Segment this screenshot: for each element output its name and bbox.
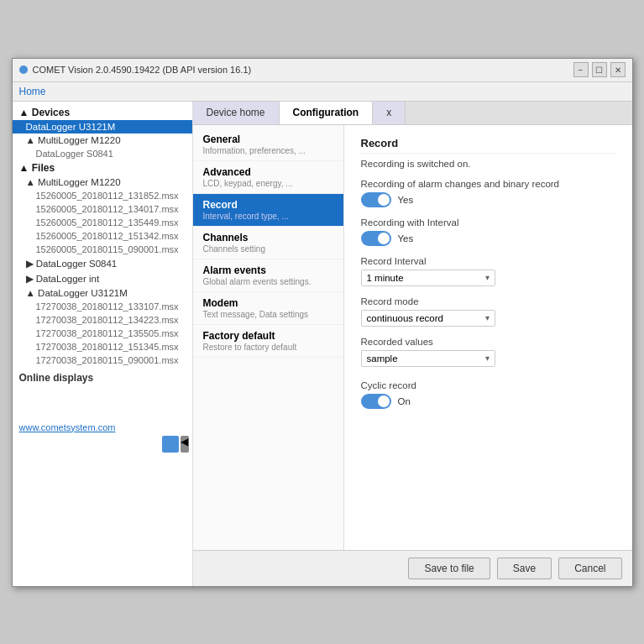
minimize-button[interactable]: − [573,62,589,77]
sidebar-item-file-4[interactable]: 15260005_20180112_151342.msx [13,229,192,243]
window-controls: − ☐ ✕ [573,62,626,77]
alarm-changes-row: Recording of alarm changes and binary re… [361,179,615,207]
cancel-button[interactable]: Cancel [558,558,621,579]
recording-interval-row: Recording with Interval Yes [361,217,615,246]
devices-section-label: ▲ Devices [13,105,192,120]
recording-status-row: Recording is switched on. [361,159,615,169]
cyclic-record-knob [378,395,390,407]
sidebar-item-multilogger-m1220[interactable]: ▲ MultiLogger M1220 [13,134,192,147]
sidebar-scroll-indicator [162,436,179,453]
config-menu-modem[interactable]: Modem Text message, Data settings [193,292,343,325]
alarm-changes-toggle-label: Yes [398,195,414,205]
title-bar: COMET Vision 2.0.4590.19422 (DB API vers… [13,59,632,82]
recording-status: Recording is switched on. [361,159,615,169]
tab-configuration[interactable]: Configuration [280,102,374,124]
config-menu-alarm-events[interactable]: Alarm events Global alarm events setting… [193,259,343,292]
alarm-changes-label: Recording of alarm changes and binary re… [361,179,615,189]
record-interval-label: Record Interval [361,256,615,266]
sidebar-item-files-multilogger[interactable]: ▲ MultiLogger M1220 [13,175,192,189]
recording-interval-toggle-label: Yes [398,233,414,243]
comet-website-link[interactable]: www.cometsystem.com [13,419,192,436]
chevron-down-icon-3: ▾ [485,353,490,363]
tabs: Device home Configuration x [193,102,632,125]
sidebar-item-datalogger-u3121m-files[interactable]: ▲ DataLogger U3121M [13,286,192,300]
config-content: Record Recording is switched on. Recordi… [344,125,632,550]
recorded-values-row: Recorded values sample ▾ [361,337,615,367]
recording-interval-toggle[interactable] [361,231,391,246]
record-mode-label: Record mode [361,296,615,306]
alarm-changes-toggle-wrap: Yes [361,192,615,207]
cyclic-record-row: Cyclic record On [361,380,615,409]
alarm-changes-toggle-knob [378,194,390,206]
sidebar-item-file-10[interactable]: 17270038_20180115_090001.msx [13,353,192,367]
recorded-values-select[interactable]: sample ▾ [361,350,495,367]
cyclic-record-toggle[interactable] [361,394,391,409]
home-link[interactable]: Home [19,86,46,97]
sidebar-online-displays[interactable]: Online displays [13,370,192,385]
sidebar-item-file-5[interactable]: 15260005_20180115_090001.msx [13,243,192,256]
sidebar-item-file-8[interactable]: 17270038_20180112_135505.msx [13,327,192,340]
record-interval-select[interactable]: 1 minute ▾ [361,270,495,286]
bottom-bar: Save to file Save Cancel [193,550,632,586]
sidebar: ▲ Devices DataLogger U3121M ▲ MultiLogge… [13,102,193,586]
tab-close[interactable]: x [373,102,406,124]
sidebar-item-file-6[interactable]: 17270038_20180112_133107.msx [13,300,192,313]
config-menu-factory-default[interactable]: Factory default Restore to factory defau… [193,325,343,358]
sidebar-item-file-1[interactable]: 15260005_20180112_131852.msx [13,189,192,202]
save-button[interactable]: Save [497,558,552,579]
title-bar-left: COMET Vision 2.0.4590.19422 (DB API vers… [19,65,252,75]
record-mode-row: Record mode continuous record ▾ [361,296,615,327]
record-mode-select[interactable]: continuous record ▾ [361,310,495,327]
files-section-label: ▲ Files [13,160,192,175]
main-window: COMET Vision 2.0.4590.19422 (DB API vers… [12,58,633,587]
recording-interval-toggle-wrap: Yes [361,231,615,246]
recording-interval-label: Recording with Interval [361,217,615,228]
cyclic-record-toggle-label: On [398,396,411,406]
alarm-changes-toggle[interactable] [361,192,391,207]
app-title: COMET Vision 2.0.4590.19422 (DB API vers… [33,65,252,75]
tab-device-home[interactable]: Device home [193,102,280,124]
chevron-down-icon-2: ▾ [485,313,490,322]
sidebar-item-datalogger-u3121m[interactable]: DataLogger U3121M [13,120,192,134]
cyclic-record-toggle-wrap: On [361,394,615,409]
sidebar-item-datalogger-s0841[interactable]: DataLogger S0841 [13,147,192,160]
record-interval-row: Record Interval 1 minute ▾ [361,256,615,286]
chevron-down-icon: ▾ [485,273,490,282]
cyclic-record-label: Cyclic record [361,380,615,390]
content-area: ▲ Devices DataLogger U3121M ▲ MultiLogge… [13,102,632,586]
recording-interval-knob [378,233,390,244]
config-menu-channels[interactable]: Channels Channels setting [193,227,343,259]
config-menu-record[interactable]: Record Interval, record type, ... [193,194,343,227]
sidebar-item-datalogger-int[interactable]: ▶ DataLogger int [13,271,192,286]
config-menu: General Information, preferences, ... Ad… [193,125,344,550]
recorded-values-label: Recorded values [361,337,615,347]
sidebar-item-file-2[interactable]: 15260005_20180112_134017.msx [13,202,192,216]
config-menu-general[interactable]: General Information, preferences, ... [193,128,343,161]
close-button[interactable]: ✕ [610,62,626,77]
record-section-title: Record [361,137,615,154]
sidebar-item-file-3[interactable]: 15260005_20180112_135449.msx [13,216,192,229]
sidebar-item-file-7[interactable]: 17270038_20180112_134223.msx [13,313,192,327]
nav-bar: Home [13,82,632,102]
sidebar-item-datalogger-s0841-files[interactable]: ▶ DataLogger S0841 [13,256,192,271]
sidebar-scroll-bar[interactable]: ◀ [181,436,189,453]
main-area: Device home Configuration x General Info… [193,102,632,586]
restore-button[interactable]: ☐ [592,62,607,77]
sidebar-item-file-9[interactable]: 17270038_20180112_151345.msx [13,340,192,353]
config-menu-advanced[interactable]: Advanced LCD, keypad, energy, ... [193,161,343,194]
save-to-file-button[interactable]: Save to file [408,558,490,579]
config-area: General Information, preferences, ... Ad… [193,125,632,550]
app-icon [19,65,28,74]
